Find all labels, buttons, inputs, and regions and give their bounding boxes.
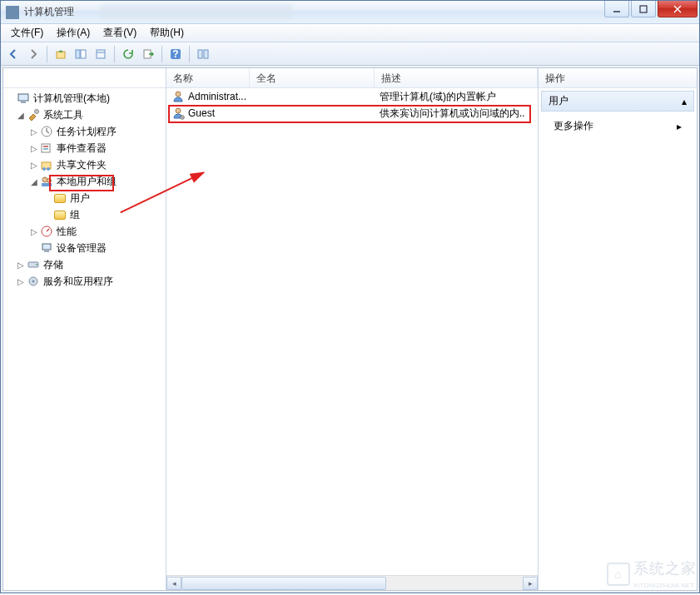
svg-rect-14	[18, 94, 28, 101]
services-icon	[27, 275, 40, 288]
help-button[interactable]: ?	[166, 45, 185, 63]
clock-icon	[40, 125, 53, 138]
tree-label: 组	[70, 208, 80, 222]
menu-help[interactable]: 帮助(H)	[143, 24, 191, 42]
tree-label: 设备管理器	[57, 241, 107, 255]
svg-rect-12	[198, 50, 202, 58]
tree-performance[interactable]: ▷ 性能	[3, 223, 166, 240]
scroll-thumb[interactable]	[181, 577, 386, 590]
actions-more[interactable]: 更多操作 ▸	[539, 114, 697, 138]
tree-system-tools[interactable]: ◢ 系统工具	[3, 107, 166, 123]
tree-label: 事件查看器	[57, 141, 107, 156]
tree-shared-folders[interactable]: ▷ 共享文件夹	[3, 156, 166, 173]
chevron-right-icon: ▸	[677, 121, 682, 132]
svg-rect-20	[43, 148, 48, 150]
users-icon	[40, 175, 53, 188]
tree-label: 系统工具	[43, 108, 83, 122]
tree-label: 存储	[43, 258, 63, 272]
svg-rect-26	[42, 183, 52, 186]
list-header: 名称 全名 描述	[166, 68, 538, 88]
maximize-button[interactable]	[631, 1, 656, 17]
cell-name: Guest	[188, 107, 215, 119]
svg-point-33	[32, 280, 35, 283]
computer-icon	[17, 92, 30, 105]
svg-rect-13	[204, 50, 208, 58]
column-name[interactable]: 名称	[166, 68, 250, 87]
tools-icon	[27, 108, 40, 121]
svg-rect-7	[97, 50, 105, 58]
folder-icon	[53, 191, 67, 205]
list-row-guest[interactable]: Guest 供来宾访问计算机或访问域的内..	[166, 105, 538, 121]
tree-local-users-groups[interactable]: ◢ 本地用户和组	[3, 173, 166, 190]
list-panel: 名称 全名 描述 Administrat... 管理计算机(域)的内置帐户 G	[166, 68, 539, 590]
menubar: 文件(F) 操作(A) 查看(V) 帮助(H)	[1, 24, 699, 42]
list-row-administrator[interactable]: Administrat... 管理计算机(域)的内置帐户	[166, 88, 538, 105]
svg-rect-5	[76, 50, 80, 58]
scroll-left-button[interactable]: ◂	[166, 577, 181, 590]
svg-point-23	[47, 167, 50, 171]
tree-label: 服务和应用程序	[43, 275, 113, 289]
folder-icon	[53, 208, 67, 221]
tree-panel: 计算机管理(本地) ◢ 系统工具 ▷ 任务计划程序 ▷ 事件查看器	[3, 68, 166, 590]
performance-icon	[40, 225, 53, 238]
toolbar: ?	[1, 42, 699, 66]
tree-event-viewer[interactable]: ▷ 事件查看器	[3, 140, 166, 156]
svg-point-34	[176, 92, 181, 97]
storage-icon	[27, 258, 40, 271]
cell-name: Administrat...	[188, 91, 246, 102]
export-button[interactable]	[139, 45, 157, 63]
tree-root[interactable]: 计算机管理(本地)	[3, 90, 166, 107]
minimize-button[interactable]	[604, 1, 629, 17]
properties-button[interactable]	[92, 45, 110, 63]
forward-button[interactable]	[24, 45, 42, 63]
tree-groups[interactable]: 组	[3, 206, 166, 223]
svg-rect-6	[81, 50, 86, 58]
svg-rect-28	[42, 244, 51, 250]
user-disabled-icon	[171, 107, 185, 120]
svg-point-25	[47, 179, 52, 183]
column-description[interactable]: 描述	[375, 68, 538, 87]
tree-storage[interactable]: ▷ 存储	[3, 256, 166, 273]
actions-header: 操作	[539, 68, 697, 88]
content-area: 计算机管理(本地) ◢ 系统工具 ▷ 任务计划程序 ▷ 事件查看器	[2, 67, 698, 591]
svg-point-31	[36, 264, 37, 265]
refresh-button[interactable]	[119, 45, 137, 63]
view-toggle-button[interactable]	[194, 45, 212, 63]
tree-label: 性能	[57, 225, 77, 239]
svg-text:?: ?	[172, 48, 178, 60]
actions-panel: 操作 用户 ▴ 更多操作 ▸	[539, 68, 697, 590]
svg-rect-19	[43, 146, 48, 147]
menu-file[interactable]: 文件(F)	[4, 24, 50, 42]
actions-more-label: 更多操作	[554, 119, 593, 133]
svg-point-16	[35, 110, 39, 114]
tree-users[interactable]: 用户	[3, 190, 166, 206]
cell-description: 管理计算机(域)的内置帐户	[375, 90, 538, 104]
inactive-title-blur	[101, 4, 292, 19]
column-fullname[interactable]: 全名	[250, 68, 375, 87]
svg-rect-4	[57, 52, 65, 58]
window-title: 计算机管理	[24, 5, 74, 19]
svg-rect-1	[640, 6, 647, 12]
device-icon	[40, 241, 53, 255]
shared-folder-icon	[40, 158, 53, 171]
up-button[interactable]	[52, 45, 70, 63]
svg-point-22	[42, 167, 46, 171]
tree-task-scheduler[interactable]: ▷ 任务计划程序	[3, 123, 166, 140]
titlebar: 计算机管理	[1, 1, 699, 24]
show-hide-tree-button[interactable]	[72, 45, 90, 63]
app-icon	[6, 6, 19, 19]
tree-label: 用户	[70, 191, 90, 206]
tree-device-manager[interactable]: 设备管理器	[3, 240, 166, 256]
horizontal-scrollbar[interactable]: ◂ ▸	[166, 575, 538, 590]
back-button[interactable]	[4, 45, 22, 63]
tree-label: 本地用户和组	[57, 175, 117, 189]
svg-rect-15	[21, 102, 26, 103]
menu-action[interactable]: 操作(A)	[50, 24, 97, 42]
menu-view[interactable]: 查看(V)	[97, 24, 143, 42]
scroll-right-button[interactable]: ▸	[523, 577, 538, 590]
tree-services-apps[interactable]: ▷ 服务和应用程序	[3, 273, 166, 290]
actions-section-users[interactable]: 用户 ▴	[541, 91, 694, 112]
tree-label: 任务计划程序	[57, 125, 117, 139]
collapse-icon: ▴	[682, 96, 687, 107]
close-button[interactable]	[658, 1, 698, 17]
